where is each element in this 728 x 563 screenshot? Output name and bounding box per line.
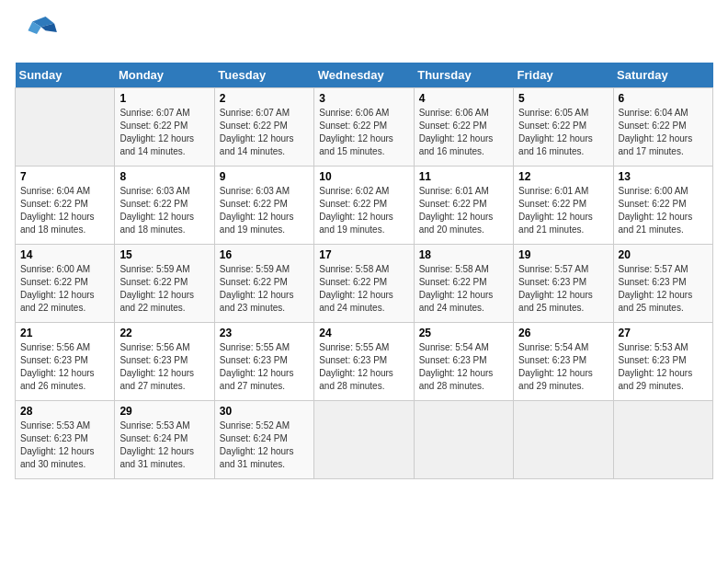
day-number: 20	[619, 248, 708, 261]
day-number: 12	[518, 170, 608, 183]
day-info: Sunrise: 5:58 AMSunset: 6:22 PMDaylight:…	[319, 263, 408, 315]
day-info: Sunrise: 5:57 AMSunset: 6:23 PMDaylight:…	[518, 263, 608, 315]
day-info: Sunrise: 6:03 AMSunset: 6:22 PMDaylight:…	[119, 185, 209, 236]
day-number: 3	[319, 92, 408, 105]
calendar-cell: 24Sunrise: 5:55 AMSunset: 6:23 PMDayligh…	[314, 323, 414, 401]
day-info: Sunrise: 5:56 AMSunset: 6:23 PMDaylight:…	[20, 341, 109, 393]
day-number: 14	[20, 248, 109, 261]
logo	[15, 15, 63, 52]
day-info: Sunrise: 6:00 AMSunset: 6:22 PMDaylight:…	[619, 185, 708, 236]
calendar-cell	[314, 401, 414, 479]
header-cell-tuesday: Tuesday	[214, 63, 313, 88]
day-info: Sunrise: 5:52 AMSunset: 6:24 PMDaylight:…	[220, 419, 309, 471]
calendar-week-4: 21Sunrise: 5:56 AMSunset: 6:23 PMDayligh…	[16, 323, 713, 401]
calendar-cell: 30Sunrise: 5:52 AMSunset: 6:24 PMDayligh…	[214, 401, 313, 479]
calendar-cell: 9Sunrise: 6:03 AMSunset: 6:22 PMDaylight…	[214, 167, 313, 245]
header-cell-monday: Monday	[115, 63, 214, 88]
calendar-cell: 7Sunrise: 6:04 AMSunset: 6:22 PMDaylight…	[16, 167, 115, 245]
calendar-cell: 29Sunrise: 5:53 AMSunset: 6:24 PMDayligh…	[115, 401, 214, 479]
calendar-cell: 10Sunrise: 6:02 AMSunset: 6:22 PMDayligh…	[314, 167, 414, 245]
header-row: SundayMondayTuesdayWednesdayThursdayFrid…	[16, 63, 713, 88]
day-number: 22	[119, 327, 209, 339]
calendar-cell: 5Sunrise: 6:05 AMSunset: 6:22 PMDaylight…	[514, 88, 613, 167]
header-cell-wednesday: Wednesday	[314, 63, 414, 88]
calendar-cell: 18Sunrise: 5:58 AMSunset: 6:22 PMDayligh…	[414, 245, 513, 323]
day-info: Sunrise: 6:04 AMSunset: 6:22 PMDaylight:…	[20, 185, 109, 236]
calendar-cell: 26Sunrise: 5:54 AMSunset: 6:23 PMDayligh…	[514, 323, 613, 401]
calendar-cell: 25Sunrise: 5:54 AMSunset: 6:23 PMDayligh…	[414, 323, 513, 401]
day-number: 7	[20, 170, 109, 183]
day-number: 9	[220, 170, 309, 183]
day-info: Sunrise: 6:03 AMSunset: 6:22 PMDaylight:…	[220, 185, 309, 236]
day-number: 6	[619, 92, 708, 105]
calendar-cell: 14Sunrise: 6:00 AMSunset: 6:22 PMDayligh…	[16, 245, 115, 323]
day-number: 23	[220, 327, 309, 339]
day-number: 29	[119, 405, 209, 418]
day-info: Sunrise: 6:07 AMSunset: 6:22 PMDaylight:…	[119, 107, 209, 158]
calendar-week-5: 28Sunrise: 5:53 AMSunset: 6:23 PMDayligh…	[16, 401, 713, 479]
day-info: Sunrise: 5:54 AMSunset: 6:23 PMDaylight:…	[419, 341, 508, 393]
header-cell-thursday: Thursday	[414, 63, 513, 88]
calendar-cell	[613, 401, 712, 479]
calendar-cell: 3Sunrise: 6:06 AMSunset: 6:22 PMDaylight…	[314, 88, 414, 167]
calendar-cell: 15Sunrise: 5:59 AMSunset: 6:22 PMDayligh…	[115, 245, 214, 323]
calendar-cell	[514, 401, 613, 479]
day-info: Sunrise: 6:02 AMSunset: 6:22 PMDaylight:…	[319, 185, 408, 236]
day-info: Sunrise: 5:57 AMSunset: 6:23 PMDaylight:…	[619, 263, 708, 315]
day-info: Sunrise: 5:53 AMSunset: 6:24 PMDaylight:…	[119, 419, 209, 471]
day-number: 27	[619, 327, 708, 339]
calendar-cell: 22Sunrise: 5:56 AMSunset: 6:23 PMDayligh…	[115, 323, 214, 401]
calendar-cell: 13Sunrise: 6:00 AMSunset: 6:22 PMDayligh…	[613, 167, 712, 245]
day-info: Sunrise: 6:07 AMSunset: 6:22 PMDaylight:…	[220, 107, 309, 158]
day-info: Sunrise: 5:55 AMSunset: 6:23 PMDaylight:…	[319, 341, 408, 393]
day-info: Sunrise: 6:06 AMSunset: 6:22 PMDaylight:…	[419, 107, 508, 158]
header-cell-saturday: Saturday	[613, 63, 712, 88]
calendar-cell: 28Sunrise: 5:53 AMSunset: 6:23 PMDayligh…	[16, 401, 115, 479]
day-info: Sunrise: 5:53 AMSunset: 6:23 PMDaylight:…	[619, 341, 708, 393]
day-number: 15	[119, 248, 209, 261]
calendar-cell: 20Sunrise: 5:57 AMSunset: 6:23 PMDayligh…	[613, 245, 712, 323]
day-number: 26	[518, 327, 608, 339]
calendar-cell: 2Sunrise: 6:07 AMSunset: 6:22 PMDaylight…	[214, 88, 313, 167]
calendar-cell: 21Sunrise: 5:56 AMSunset: 6:23 PMDayligh…	[16, 323, 115, 401]
day-info: Sunrise: 6:00 AMSunset: 6:22 PMDaylight:…	[20, 263, 109, 315]
calendar-header: SundayMondayTuesdayWednesdayThursdayFrid…	[16, 63, 713, 88]
day-info: Sunrise: 5:54 AMSunset: 6:23 PMDaylight:…	[518, 341, 608, 393]
calendar-table: SundayMondayTuesdayWednesdayThursdayFrid…	[15, 63, 713, 479]
day-info: Sunrise: 6:04 AMSunset: 6:22 PMDaylight:…	[619, 107, 708, 158]
day-info: Sunrise: 5:59 AMSunset: 6:22 PMDaylight:…	[220, 263, 309, 315]
day-info: Sunrise: 5:59 AMSunset: 6:22 PMDaylight:…	[119, 263, 209, 315]
day-number: 8	[119, 170, 209, 183]
day-number: 10	[319, 170, 408, 183]
day-number: 4	[419, 92, 508, 105]
calendar-cell: 11Sunrise: 6:01 AMSunset: 6:22 PMDayligh…	[414, 167, 513, 245]
calendar-cell: 17Sunrise: 5:58 AMSunset: 6:22 PMDayligh…	[314, 245, 414, 323]
calendar-week-2: 7Sunrise: 6:04 AMSunset: 6:22 PMDaylight…	[16, 167, 713, 245]
calendar-week-3: 14Sunrise: 6:00 AMSunset: 6:22 PMDayligh…	[16, 245, 713, 323]
day-number: 13	[619, 170, 708, 183]
day-info: Sunrise: 5:56 AMSunset: 6:23 PMDaylight:…	[119, 341, 209, 393]
day-info: Sunrise: 6:01 AMSunset: 6:22 PMDaylight:…	[419, 185, 508, 236]
day-number: 28	[20, 405, 109, 418]
day-number: 1	[119, 92, 209, 105]
day-info: Sunrise: 6:06 AMSunset: 6:22 PMDaylight:…	[319, 107, 408, 158]
calendar-cell: 27Sunrise: 5:53 AMSunset: 6:23 PMDayligh…	[613, 323, 712, 401]
day-info: Sunrise: 5:58 AMSunset: 6:22 PMDaylight:…	[419, 263, 508, 315]
day-info: Sunrise: 6:05 AMSunset: 6:22 PMDaylight:…	[518, 107, 608, 158]
calendar-cell: 23Sunrise: 5:55 AMSunset: 6:23 PMDayligh…	[214, 323, 313, 401]
calendar-cell: 6Sunrise: 6:04 AMSunset: 6:22 PMDaylight…	[613, 88, 712, 167]
calendar-cell: 12Sunrise: 6:01 AMSunset: 6:22 PMDayligh…	[514, 167, 613, 245]
day-info: Sunrise: 6:01 AMSunset: 6:22 PMDaylight:…	[518, 185, 608, 236]
day-number: 2	[220, 92, 309, 105]
calendar-body: 1Sunrise: 6:07 AMSunset: 6:22 PMDaylight…	[16, 88, 713, 479]
calendar-week-1: 1Sunrise: 6:07 AMSunset: 6:22 PMDaylight…	[16, 88, 713, 167]
day-number: 18	[419, 248, 508, 261]
logo-icon	[15, 15, 59, 52]
day-number: 16	[220, 248, 309, 261]
calendar-cell: 8Sunrise: 6:03 AMSunset: 6:22 PMDaylight…	[115, 167, 214, 245]
day-number: 17	[319, 248, 408, 261]
header-cell-sunday: Sunday	[16, 63, 115, 88]
page-header	[15, 15, 713, 52]
calendar-cell: 1Sunrise: 6:07 AMSunset: 6:22 PMDaylight…	[115, 88, 214, 167]
day-number: 11	[419, 170, 508, 183]
